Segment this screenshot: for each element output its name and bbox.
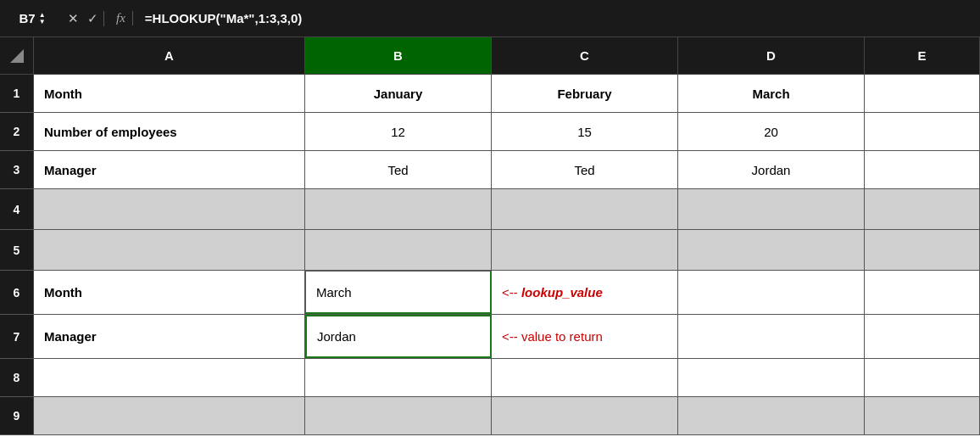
- cell-b8[interactable]: [305, 359, 492, 396]
- cell-b5[interactable]: [305, 230, 492, 270]
- cell-a7[interactable]: Manager: [34, 315, 305, 358]
- row-header-5[interactable]: 5: [0, 230, 34, 270]
- row-6: 6 Month March <-- lookup_value: [0, 271, 980, 315]
- cell-c9[interactable]: [492, 397, 678, 434]
- cell-d5[interactable]: [678, 230, 865, 270]
- row-8: 8: [0, 359, 980, 397]
- cell-e2[interactable]: [865, 113, 980, 150]
- cell-c6[interactable]: <-- lookup_value: [492, 271, 678, 314]
- cell-b6[interactable]: March: [305, 271, 492, 314]
- formula-input[interactable]: [138, 11, 973, 25]
- col-header-e[interactable]: E: [865, 37, 980, 75]
- cell-a1[interactable]: Month: [34, 75, 305, 112]
- cell-b2[interactable]: 12: [305, 113, 492, 150]
- cell-e3[interactable]: [865, 151, 980, 188]
- cell-a4[interactable]: [34, 189, 305, 229]
- row-header-2[interactable]: 2: [0, 113, 34, 150]
- cell-c1[interactable]: February: [492, 75, 678, 112]
- col-header-c[interactable]: C: [492, 37, 678, 75]
- cell-c5[interactable]: [492, 230, 678, 270]
- cell-a2[interactable]: Number of employees: [34, 113, 305, 150]
- cell-reference[interactable]: B7 ▲ ▼: [7, 11, 58, 25]
- cell-b3[interactable]: Ted: [305, 151, 492, 188]
- row-4: 4: [0, 189, 980, 230]
- row-header-4[interactable]: 4: [0, 189, 34, 229]
- row-header-9[interactable]: 9: [0, 397, 34, 434]
- cell-d8[interactable]: [678, 359, 865, 396]
- cell-a6[interactable]: Month: [34, 271, 305, 314]
- cell-b9[interactable]: [305, 397, 492, 434]
- col-header-a[interactable]: A: [34, 37, 305, 75]
- annotation-lookup-value: <-- lookup_value: [502, 285, 603, 300]
- cell-a8[interactable]: [34, 359, 305, 396]
- cell-e7[interactable]: [865, 315, 980, 358]
- cell-c4[interactable]: [492, 189, 678, 229]
- cell-e9[interactable]: [865, 397, 980, 434]
- cell-a5[interactable]: [34, 230, 305, 270]
- cell-c7[interactable]: <-- value to return: [492, 315, 678, 358]
- cell-e6[interactable]: [865, 271, 980, 314]
- row-header-6[interactable]: 6: [0, 271, 34, 314]
- cell-b1[interactable]: January: [305, 75, 492, 112]
- cell-d3[interactable]: Jordan: [678, 151, 865, 188]
- fx-label: fx: [109, 11, 133, 25]
- cell-ref-value: B7: [19, 11, 35, 25]
- cancel-icon[interactable]: ✕: [68, 11, 79, 26]
- row-3: 3 Manager Ted Ted Jordan: [0, 151, 980, 189]
- cell-a3[interactable]: Manager: [34, 151, 305, 188]
- row-9: 9: [0, 397, 980, 435]
- cell-e5[interactable]: [865, 230, 980, 270]
- cell-d7[interactable]: [678, 315, 865, 358]
- cell-d9[interactable]: [678, 397, 865, 434]
- formula-bar: B7 ▲ ▼ ✕ ✓ fx: [0, 0, 980, 37]
- cell-d1[interactable]: March: [678, 75, 865, 112]
- cell-e8[interactable]: [865, 359, 980, 396]
- row-7: 7 Manager Jordan <-- value to return: [0, 315, 980, 359]
- col-header-d[interactable]: D: [678, 37, 865, 75]
- cell-c2[interactable]: 15: [492, 113, 678, 150]
- row-header-8[interactable]: 8: [0, 359, 34, 396]
- row-header-1[interactable]: 1: [0, 75, 34, 112]
- confirm-icon[interactable]: ✓: [87, 11, 98, 26]
- spreadsheet-grid: A B C D E 1 Month January February March…: [0, 37, 980, 435]
- formula-bar-controls: ✕ ✓: [63, 11, 104, 26]
- cell-d2[interactable]: 20: [678, 113, 865, 150]
- column-headers: A B C D E: [0, 37, 980, 75]
- row-header-3[interactable]: 3: [0, 151, 34, 188]
- cell-c8[interactable]: [492, 359, 678, 396]
- cell-a9[interactable]: [34, 397, 305, 434]
- cell-b4[interactable]: [305, 189, 492, 229]
- cell-d4[interactable]: [678, 189, 865, 229]
- select-all-icon: [10, 49, 24, 63]
- cell-c3[interactable]: Ted: [492, 151, 678, 188]
- cell-e1[interactable]: [865, 75, 980, 112]
- corner-cell[interactable]: [0, 37, 34, 75]
- cell-d6[interactable]: [678, 271, 865, 314]
- row-1: 1 Month January February March: [0, 75, 980, 113]
- row-5: 5: [0, 230, 980, 271]
- cell-b7[interactable]: Jordan: [305, 315, 492, 358]
- row-header-7[interactable]: 7: [0, 315, 34, 358]
- row-2: 2 Number of employees 12 15 20: [0, 113, 980, 151]
- cell-e4[interactable]: [865, 189, 980, 229]
- annotation-value-to-return: <-- value to return: [502, 329, 603, 344]
- arrow-down[interactable]: ▼: [39, 19, 46, 25]
- col-header-b[interactable]: B: [305, 37, 492, 75]
